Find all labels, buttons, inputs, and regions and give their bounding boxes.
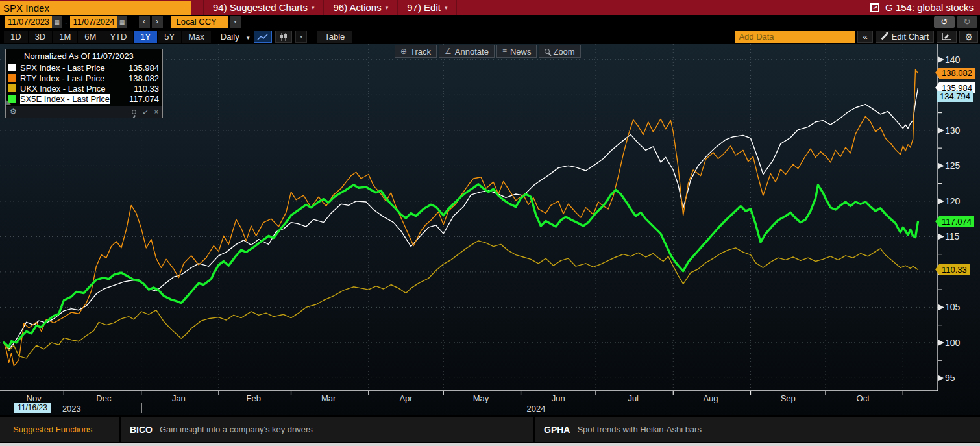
date-tag: 11/16/23 bbox=[14, 403, 51, 413]
date-separator: - bbox=[65, 18, 67, 27]
x-axis-month-label: Dec bbox=[90, 393, 118, 403]
crosshair-icon: ⊕ bbox=[400, 47, 407, 56]
series-swatch bbox=[8, 74, 16, 82]
edit-chart-button[interactable]: Edit Chart bbox=[876, 31, 935, 43]
x-axis-year-label: 2023 bbox=[62, 404, 81, 414]
close-icon[interactable]: × bbox=[154, 108, 158, 116]
security-input[interactable]: SPX Index bbox=[0, 1, 191, 15]
line-chart-icon bbox=[257, 33, 269, 41]
legend-row[interactable]: UKX Index - Last Price 110.33 bbox=[6, 83, 162, 93]
x-axis-month-label: Mar bbox=[314, 393, 343, 403]
x-axis-month-label: Jun bbox=[544, 393, 572, 403]
chart-legend[interactable]: Normalized As Of 11/07/2023 SPX Index - … bbox=[5, 49, 163, 118]
period-tab-6m[interactable]: 6M bbox=[78, 31, 103, 43]
chart-type-dropdown-icon[interactable]: ▾ bbox=[295, 31, 307, 43]
x-axis-month-label: Apr bbox=[392, 393, 421, 403]
date-range-bar: 11/07/2023 ▦ - 11/07/2024 ▦ ‹ › Local CC… bbox=[0, 15, 980, 29]
chart-settings-icon[interactable] bbox=[937, 31, 957, 43]
period-tab-1m[interactable]: 1M bbox=[53, 31, 77, 43]
function-desc: Gain insight into a company's key driver… bbox=[160, 425, 313, 434]
end-date-input[interactable]: 11/07/2024 bbox=[70, 16, 117, 28]
menu-bar: 94) Suggested Charts▾96) Actions▾97) Edi… bbox=[203, 0, 457, 15]
gear-icon[interactable]: ⚙ bbox=[959, 31, 978, 43]
period-tabs: 1D3D1M6MYTD1Y5YMax bbox=[4, 31, 212, 43]
suggested-function-item[interactable]: GPHA Spot trends with Heikin-Ashi bars bbox=[535, 417, 980, 442]
period-tab-3d[interactable]: 3D bbox=[29, 31, 53, 43]
legend-gear-icon[interactable]: ⚙ bbox=[10, 107, 17, 116]
y-axis-label: 130 bbox=[945, 125, 960, 136]
period-tab-1d[interactable]: 1D bbox=[4, 31, 28, 43]
period-tab-5y[interactable]: 5Y bbox=[158, 31, 181, 43]
tag-arrow-icon bbox=[935, 264, 939, 275]
menu--suggested-charts[interactable]: 94) Suggested Charts▾ bbox=[203, 0, 324, 15]
next-range-button[interactable]: › bbox=[152, 16, 163, 28]
suggested-function-item[interactable]: BICO Gain insight into a company's key d… bbox=[121, 417, 533, 442]
chevron-down-icon: ▾ bbox=[386, 5, 389, 11]
collapse-panel-button[interactable]: « bbox=[857, 31, 872, 43]
calendar-icon[interactable]: ▦ bbox=[117, 16, 127, 28]
currency-select[interactable]: Local CCY bbox=[171, 16, 228, 28]
chart-edit-icon bbox=[942, 32, 951, 41]
menu--actions[interactable]: 96) Actions▾ bbox=[324, 0, 398, 15]
minimize-icon[interactable]: ↙ bbox=[142, 108, 148, 116]
legend-row[interactable]: SPX Index - Last Price 135.984 bbox=[6, 62, 162, 73]
candle-chart-type-button[interactable] bbox=[275, 31, 292, 43]
period-tab-max[interactable]: Max bbox=[182, 31, 211, 43]
suggested-functions-panel: Suggested Functions bbox=[0, 417, 119, 442]
chevron-down-icon: ▾ bbox=[445, 5, 448, 11]
table-button[interactable]: Table bbox=[317, 31, 352, 43]
zoom-button[interactable]: Zoom bbox=[539, 45, 580, 58]
period-tab-1y[interactable]: 1Y bbox=[134, 31, 157, 43]
y-axis-label: 100 bbox=[945, 338, 960, 348]
currency-dropdown-icon[interactable]: ▾ bbox=[230, 16, 241, 28]
y-axis-label: 115 bbox=[945, 231, 959, 242]
pin-icon[interactable] bbox=[132, 110, 136, 114]
start-date-input[interactable]: 11/07/2023 bbox=[5, 16, 52, 28]
legend-title: Normalized As Of 11/07/2023 bbox=[6, 49, 162, 62]
x-axis-month-label: May bbox=[467, 393, 495, 403]
x-axis-month-label: Jan bbox=[164, 393, 193, 403]
x-axis-month-label: Jul bbox=[619, 393, 648, 403]
year-divider bbox=[141, 403, 142, 413]
x-axis-month-label: Oct bbox=[849, 393, 877, 403]
bottom-divider bbox=[0, 443, 980, 446]
redo-button[interactable]: ↻ bbox=[957, 16, 977, 28]
suggested-functions-label: Suggested Functions bbox=[13, 425, 92, 434]
news-lines-icon: ≡ bbox=[502, 47, 507, 56]
legend-row[interactable]: RTY Index - Last Price 138.082 bbox=[6, 73, 162, 83]
candlestick-icon bbox=[278, 32, 289, 42]
annotate-button[interactable]: ∠Annotate bbox=[439, 45, 495, 58]
y-axis-label: 105 bbox=[945, 302, 960, 312]
price-tag: 117.074 bbox=[939, 216, 974, 227]
series-swatch bbox=[8, 84, 16, 92]
function-desc: Spot trends with Heikin-Ashi bars bbox=[577, 425, 701, 434]
period-tab-ytd[interactable]: YTD bbox=[103, 31, 133, 43]
chart-area[interactable]: ⊕Track∠Annotate≡NewsZoom Normalized As O… bbox=[0, 44, 980, 415]
resize-grip-icon[interactable]: ◣ bbox=[6, 99, 11, 105]
menu--edit[interactable]: 97) Edit▾ bbox=[398, 0, 457, 15]
frequency-select[interactable]: Daily ▼ bbox=[221, 32, 251, 42]
page-title: G 154: global stocks bbox=[885, 2, 974, 13]
export-icon[interactable]: ↗ bbox=[870, 3, 879, 12]
price-tag: 138.082 bbox=[939, 68, 975, 79]
tag-arrow-icon bbox=[935, 68, 939, 78]
line-chart-type-button[interactable] bbox=[254, 31, 272, 43]
track-button[interactable]: ⊕Track bbox=[395, 45, 437, 58]
chevron-down-icon: ▾ bbox=[312, 5, 315, 11]
x-axis-year-label: 2024 bbox=[527, 404, 546, 414]
calendar-icon[interactable]: ▦ bbox=[52, 16, 62, 28]
news-button[interactable]: ≡News bbox=[496, 45, 537, 58]
y-axis-label: 120 bbox=[945, 196, 960, 206]
y-axis-label: 125 bbox=[945, 160, 960, 171]
x-axis-month-label: Nov bbox=[19, 393, 48, 403]
add-data-input[interactable] bbox=[735, 31, 855, 43]
pencil-icon bbox=[881, 34, 887, 40]
x-axis-month-label: Aug bbox=[696, 393, 725, 403]
undo-button[interactable]: ↺ bbox=[934, 16, 955, 28]
undo-redo-group: ↺ ↻ bbox=[934, 16, 977, 28]
legend-row[interactable]: SX5E Index - Last Price 117.074 bbox=[6, 93, 162, 104]
toolbar-right-group: « Edit Chart ⚙ bbox=[735, 31, 978, 43]
prev-range-button[interactable]: ‹ bbox=[139, 16, 150, 28]
chevron-down-icon: ▼ bbox=[245, 35, 251, 41]
x-axis-month-label: Sep bbox=[774, 393, 802, 403]
